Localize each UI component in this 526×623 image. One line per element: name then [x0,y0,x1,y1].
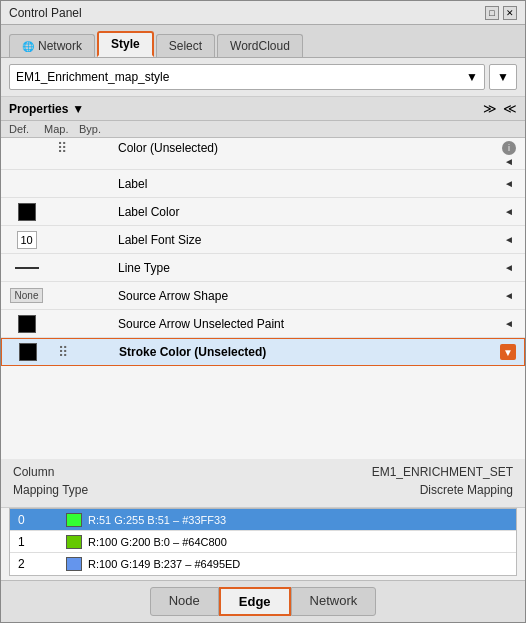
prop-row-source-arrow: None Source Arrow Shape ◄ [1,282,525,310]
mapping-color-0: R:51 G:255 B:51 – #33FF33 [60,511,516,529]
tab-select[interactable]: Select [156,34,215,57]
mapping-color-2: R:100 G:149 B:237 – #6495ED [60,555,516,573]
mapping-entry-2[interactable]: 2 R:100 G:149 B:237 – #6495ED [10,553,516,575]
color-swatch-0 [66,513,82,527]
prop-arrow-line-type: ◄ [501,262,517,273]
mapping-index-2: 2 [10,555,60,573]
mapping-type-value: Discrete Mapping [420,483,513,497]
style-dropdown[interactable]: EM1_Enrichment_map_style ▼ [9,64,485,90]
col-byp: Byp. [79,123,114,135]
mapping-index-0: 0 [10,511,60,529]
col-map: Map. [44,123,79,135]
tab-select-label: Select [169,39,202,53]
color-label-2: R:100 G:149 B:237 – #6495ED [88,558,240,570]
font-size-badge[interactable]: 10 [17,231,37,249]
mapping-type-row: Mapping Type Discrete Mapping [13,483,513,497]
window-title: Control Panel [9,6,82,20]
prop-map-stroke[interactable]: ⠿ [45,344,80,360]
prop-label-source-paint: Source Arrow Unselected Paint [114,317,501,331]
col-def: Def. [9,123,44,135]
column-headers: Def. Map. Byp. [1,121,525,138]
color-label-1: R:100 G:200 B:0 – #64C800 [88,536,227,548]
mapping-color-1: R:100 G:200 B:0 – #64C800 [60,533,516,551]
close-button[interactable]: ✕ [503,6,517,20]
col-property [114,123,517,135]
bottom-tab-edge-label: Edge [239,594,271,609]
prop-def-stroke[interactable] [10,343,45,361]
properties-icons: ≫ ≪ [483,101,517,116]
mapping-entry-1[interactable]: 1 R:100 G:200 B:0 – #64C800 [10,531,516,553]
bottom-tab-node-label: Node [169,593,200,608]
bottom-tab-node[interactable]: Node [150,587,219,616]
tab-bar: 🌐 Network Style Select WordCloud [1,25,525,58]
dots-icon-color: ⠿ [57,140,66,156]
line-type-sample [15,267,39,269]
tab-style[interactable]: Style [97,31,154,57]
properties-list: ⠿ Color (Unselected) i ◄ Label ◄ [1,138,525,459]
prop-arrow-label-color: ◄ [501,206,517,217]
prop-arrow-label: ◄ [501,178,517,189]
prop-arrow-source-arrow: ◄ [501,290,517,301]
tab-network[interactable]: 🌐 Network [9,34,95,57]
prop-row-font-size: 10 Label Font Size ◄ [1,226,525,254]
prop-row-label-color: Label Color ◄ [1,198,525,226]
properties-title: Properties ▼ [9,102,84,116]
prop-arrow-font-size: ◄ [501,234,517,245]
control-panel-window: Control Panel □ ✕ 🌐 Network Style Select… [0,0,526,623]
mapping-index-1: 1 [10,533,60,551]
prop-arrow-color: ◄ [501,156,517,167]
style-dropdown-row: EM1_Enrichment_map_style ▼ ▼ [1,58,525,97]
mapping-column-label: Column [13,465,54,479]
color-swatch-1 [66,535,82,549]
style-dropdown-extra[interactable]: ▼ [489,64,517,90]
properties-header: Properties ▼ ≫ ≪ [1,97,525,121]
prop-label-font-size: Label Font Size [114,233,501,247]
maximize-button[interactable]: □ [485,6,499,20]
expand-icon[interactable]: ≪ [503,101,517,116]
prop-def-font-size[interactable]: 10 [9,231,44,249]
prop-label-color-unselected: Color (Unselected) [114,141,501,155]
prop-def-source-paint[interactable] [9,315,44,333]
prop-def-label-color[interactable] [9,203,44,221]
prop-label-line-type: Line Type [114,261,501,275]
info-icon: i [502,141,516,155]
color-label-0: R:51 G:255 B:51 – #33FF33 [88,514,226,526]
bottom-tab-edge[interactable]: Edge [219,587,291,616]
prop-info-color[interactable]: i [501,141,517,155]
bottom-tab-network[interactable]: Network [291,587,377,616]
prop-row-stroke-color: ⠿ Stroke Color (Unselected) ▼ [1,338,525,366]
style-dropdown-arrow-icon: ▼ [466,70,478,84]
tab-style-label: Style [111,37,140,51]
properties-label: Properties [9,102,68,116]
properties-menu-icon[interactable]: ▼ [72,102,84,116]
label-color-swatch[interactable] [18,203,36,221]
prop-row-line-type: Line Type ◄ [1,254,525,282]
title-bar: Control Panel □ ✕ [1,1,525,25]
stroke-dropdown-icon[interactable]: ▼ [500,344,516,360]
prop-def-line-type[interactable] [9,267,44,269]
collapse-icon[interactable]: ≫ [483,101,497,116]
prop-label-label-color: Label Color [114,205,501,219]
stroke-color-swatch[interactable] [19,343,37,361]
style-extra-arrow-icon: ▼ [497,70,509,84]
network-icon: 🌐 [22,41,34,52]
prop-label-label: Label [114,177,501,191]
mapping-entry-0[interactable]: 0 R:51 G:255 B:51 – #33FF33 [10,509,516,531]
tab-wordcloud[interactable]: WordCloud [217,34,303,57]
prop-label-stroke: Stroke Color (Unselected) [115,345,500,359]
prop-row-source-arrow-paint: Source Arrow Unselected Paint ◄ [1,310,525,338]
prop-map-color[interactable]: ⠿ [44,140,79,156]
mapping-column-value: EM1_ENRICHMENT_SET [372,465,513,479]
prop-dropdown-stroke[interactable]: ▼ [500,344,516,360]
mapping-table: 0 R:51 G:255 B:51 – #33FF33 1 R:100 G:20… [9,508,517,576]
source-paint-swatch[interactable] [18,315,36,333]
none-badge: None [10,288,44,303]
dots-icon-stroke: ⠿ [58,344,67,360]
prop-label-source-arrow: Source Arrow Shape [114,289,501,303]
prop-row-color-unselected: ⠿ Color (Unselected) i ◄ [1,138,525,170]
mapping-column-row: Column EM1_ENRICHMENT_SET [13,465,513,479]
prop-arrow-source-paint: ◄ [501,318,517,329]
title-bar-controls: □ ✕ [485,6,517,20]
prop-def-source-arrow[interactable]: None [9,288,44,303]
bottom-tab-network-label: Network [310,593,358,608]
